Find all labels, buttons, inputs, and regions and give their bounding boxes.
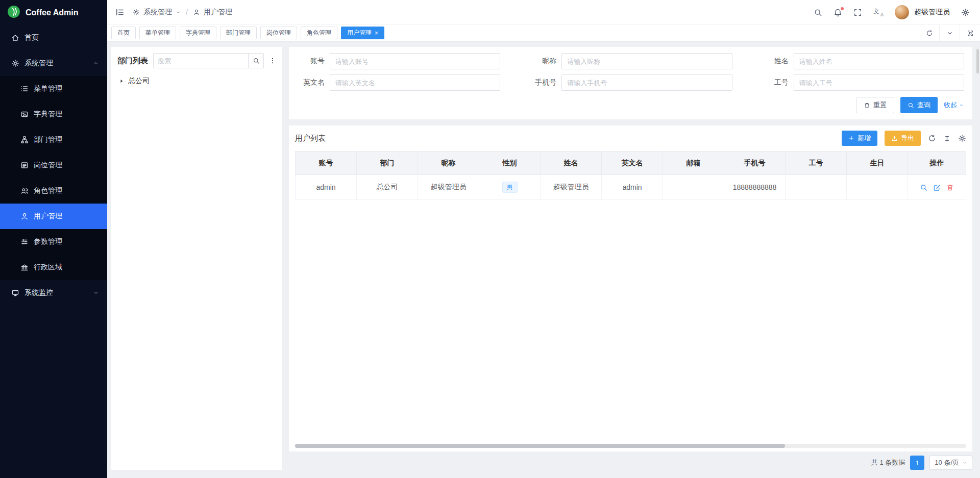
export-button-label: 导出	[901, 134, 914, 143]
query-button[interactable]: 查询	[900, 97, 938, 113]
tab-label: 角色管理	[307, 29, 331, 37]
sidebar-item-menu-management[interactable]: 菜单管理	[0, 76, 107, 102]
language-switch-icon[interactable]: 文A	[873, 8, 884, 17]
table-header-row: 账号 部门 昵称 性别 姓名 英文名 邮箱 手机号 工号 生日 操作	[296, 152, 966, 175]
cell-email	[663, 175, 724, 200]
tab-dict-management[interactable]: 字典管理	[180, 27, 216, 39]
edit-row-icon[interactable]	[933, 184, 941, 191]
user-list-header: 用户列表 新增 导出	[295, 125, 966, 151]
department-panel-header: 部门列表	[117, 53, 276, 68]
tab-actions-dropdown-icon[interactable]	[939, 25, 960, 41]
sidebar-item-system-management[interactable]: 系统管理	[0, 51, 107, 76]
page-size-label: 10 条/页	[935, 458, 959, 467]
tab-label: 部门管理	[226, 29, 251, 37]
sidebar: Coffee Admin 首页 系统管理 菜单管理 字典管理 部门管理	[0, 0, 107, 478]
sidebar-menu: 首页 系统管理 菜单管理 字典管理 部门管理 岗位管理	[0, 25, 107, 478]
column-settings-gear-icon[interactable]	[958, 134, 966, 142]
account-input[interactable]	[330, 53, 500, 69]
page-size-select[interactable]: 10 条/页	[929, 456, 972, 470]
sidebar-item-role-management[interactable]: 角色管理	[0, 178, 107, 204]
people-icon	[20, 187, 29, 195]
notification-bell[interactable]	[834, 8, 842, 17]
tab-tools	[919, 25, 980, 41]
tab-label: 字典管理	[186, 29, 210, 37]
sidebar-item-label: 系统管理	[24, 59, 53, 68]
sidebar-item-system-monitor[interactable]: 系统监控	[0, 280, 107, 306]
system-management-submenu: 菜单管理 字典管理 部门管理 岗位管理 角色管理 用户管理	[0, 76, 107, 280]
sidebar-item-param-management[interactable]: 参数管理	[0, 229, 107, 255]
chevron-down-icon	[176, 10, 181, 15]
bank-icon	[20, 263, 29, 271]
row-density-icon[interactable]	[943, 135, 951, 142]
collapse-form-link[interactable]: 收起	[944, 100, 964, 110]
app-logo[interactable]: Coffee Admin	[0, 0, 107, 25]
cell-nickname: 超级管理员	[418, 175, 479, 200]
tab-user-management[interactable]: 用户管理 ×	[341, 27, 384, 39]
sidebar-item-home[interactable]: 首页	[0, 25, 107, 51]
breadcrumb-section[interactable]: 系统管理	[143, 8, 172, 17]
current-user-name[interactable]: 超级管理员	[914, 8, 950, 17]
page-scrollbar-thumb[interactable]	[976, 49, 979, 73]
tab-home[interactable]: 首页	[111, 27, 136, 39]
view-row-icon[interactable]	[920, 184, 927, 191]
work-id-input[interactable]	[794, 74, 964, 91]
horizontal-scrollbar-thumb[interactable]	[295, 444, 785, 448]
english-name-input[interactable]	[330, 74, 500, 91]
field-phone: 手机号	[529, 74, 732, 91]
refresh-tab-icon[interactable]	[919, 25, 939, 41]
tab-dept-management[interactable]: 部门管理	[220, 27, 257, 39]
col-english-name: 英文名	[602, 152, 663, 175]
fullscreen-icon[interactable]	[853, 8, 862, 17]
nickname-input[interactable]	[561, 53, 732, 69]
tree-node-root[interactable]: 总公司	[117, 77, 276, 86]
delete-row-icon[interactable]	[946, 184, 954, 191]
field-account: 账号	[297, 53, 500, 69]
reset-button[interactable]: 重置	[856, 97, 894, 113]
sidebar-item-admin-region[interactable]: 行政区域	[0, 255, 107, 280]
phone-input[interactable]	[561, 74, 732, 91]
tab-menu-management[interactable]: 菜单管理	[139, 27, 176, 39]
avatar[interactable]	[895, 5, 909, 19]
settings-gear-icon[interactable]	[961, 8, 970, 17]
department-search-button[interactable]	[248, 54, 263, 68]
sidebar-item-label: 用户管理	[34, 212, 62, 221]
sidebar-item-dept-management[interactable]: 部门管理	[0, 127, 107, 153]
maximize-view-icon[interactable]	[960, 25, 980, 41]
cell-phone: 18888888888	[724, 175, 786, 200]
refresh-list-icon[interactable]	[928, 134, 936, 142]
tab-role-management[interactable]: 角色管理	[301, 27, 337, 39]
tab-label: 菜单管理	[145, 29, 170, 37]
list-icon	[20, 85, 29, 93]
pagination-page-1[interactable]: 1	[910, 456, 924, 470]
collapse-sidebar-icon[interactable]	[115, 8, 125, 17]
add-user-button[interactable]: 新增	[842, 131, 877, 146]
collapse-link-label: 收起	[944, 100, 957, 110]
sidebar-item-post-management[interactable]: 岗位管理	[0, 153, 107, 178]
col-name: 姓名	[541, 152, 602, 175]
tab-post-management[interactable]: 岗位管理	[260, 27, 297, 39]
department-search-input[interactable]	[154, 57, 248, 65]
name-input[interactable]	[794, 53, 964, 69]
export-button[interactable]: 导出	[885, 131, 921, 146]
sidebar-item-dict-management[interactable]: 字典管理	[0, 102, 107, 127]
field-label: 手机号	[529, 78, 561, 87]
user-list-actions: 新增 导出	[842, 131, 966, 146]
tab-close-icon[interactable]: ×	[375, 30, 378, 36]
cell-department: 总公司	[357, 175, 418, 200]
field-nickname: 昵称	[529, 53, 732, 69]
topbar-left: 系统管理 / 用户管理	[115, 8, 232, 17]
sidebar-item-user-management[interactable]: 用户管理	[0, 204, 107, 229]
more-options-icon[interactable]	[269, 57, 276, 65]
horizontal-scrollbar-track[interactable]	[295, 444, 966, 448]
app-title: Coffee Admin	[26, 8, 78, 17]
col-operations: 操作	[908, 152, 966, 175]
breadcrumb-page: 用户管理	[204, 8, 232, 17]
department-panel-title: 部门列表	[117, 56, 148, 66]
query-button-label: 查询	[917, 100, 930, 110]
department-panel: 部门列表 总公司	[111, 47, 282, 470]
search-icon[interactable]	[814, 8, 822, 17]
breadcrumb-separator: /	[186, 8, 188, 16]
pagination: 共 1 条数据 1 10 条/页	[289, 456, 972, 470]
caret-right-icon[interactable]	[118, 78, 125, 84]
notification-dot	[841, 7, 844, 10]
